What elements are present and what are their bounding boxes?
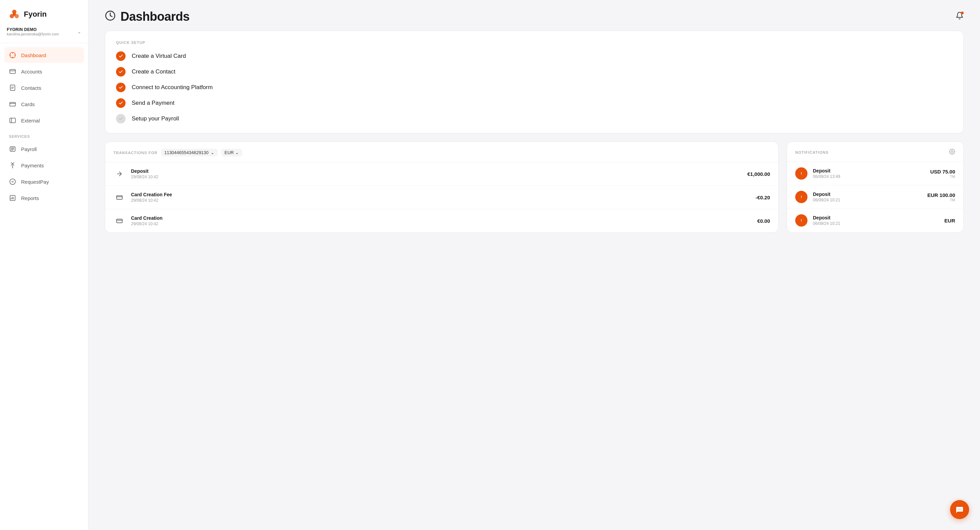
transaction-item-1[interactable]: Card Creation Fee 29/08/24 10:42 -€0.20 xyxy=(105,186,778,209)
card-icon-1 xyxy=(113,191,126,203)
setup-check-4 xyxy=(116,114,126,124)
transaction-name-0: Deposit xyxy=(131,168,742,174)
sidebar-item-payments[interactable]: Payments xyxy=(4,157,84,173)
notifications-card: NOTIFICATIONS Deposit 06/09/24 13:49 xyxy=(787,141,964,233)
user-profile[interactable]: FYORIN DEMO karolina.jarosinska@fyorin.c… xyxy=(0,27,88,43)
svg-rect-6 xyxy=(10,102,16,106)
transactions-label: TRANSACTIONS FOR xyxy=(113,151,158,155)
quick-setup-card: QUICK SETUP Create a Virtual Card Create… xyxy=(105,31,964,133)
notif-info-icon-1 xyxy=(795,191,808,203)
setup-item-label-0: Create a Virtual Card xyxy=(132,53,186,60)
logo-icon xyxy=(8,8,21,21)
notification-bell-button[interactable] xyxy=(956,11,964,22)
reports-icon xyxy=(9,194,16,202)
setup-item-2: Connect to Accounting Platform xyxy=(116,83,953,92)
account-number: 113044655434629130 xyxy=(164,150,208,155)
page-title-wrap: Dashboards xyxy=(105,10,189,24)
setup-item-label-4: Setup your Payroll xyxy=(132,115,179,122)
svg-rect-5 xyxy=(10,85,14,91)
transaction-amount-1: -€0.20 xyxy=(756,195,770,200)
svg-rect-10 xyxy=(10,195,15,201)
sidebar-item-accounts[interactable]: Accounts xyxy=(4,63,84,79)
requestpay-icon xyxy=(9,178,16,186)
sidebar-item-contacts[interactable]: Contacts xyxy=(4,80,84,95)
sidebar-item-payroll[interactable]: Payroll xyxy=(4,141,84,157)
sidebar-divider xyxy=(0,43,88,43)
notifications-header: NOTIFICATIONS xyxy=(787,142,963,162)
transaction-date-2: 29/08/24 10:42 xyxy=(131,221,752,226)
transactions-header: TRANSACTIONS FOR 113044655434629130 ⌄ EU… xyxy=(105,142,778,162)
external-icon xyxy=(9,117,16,124)
transaction-info-2: Card Creation 29/08/24 10:42 xyxy=(131,215,752,226)
notif-date-2: 06/09/24 10:21 xyxy=(813,221,939,226)
notif-amount-1: EUR 100.00 xyxy=(927,192,955,198)
sidebar-item-label-payments: Payments xyxy=(21,163,44,168)
main-content: Dashboards QUICK SETUP Create a Virt xyxy=(89,0,980,530)
services-section-label: SERVICES xyxy=(4,129,84,141)
sidebar: Fyorin FYORIN DEMO karolina.jarosinska@f… xyxy=(0,0,89,530)
logo-text: Fyorin xyxy=(24,10,47,19)
sidebar-item-label-reports: Reports xyxy=(21,195,39,201)
sidebar-item-label-accounts: Accounts xyxy=(21,69,42,75)
notif-info-icon-2 xyxy=(795,214,808,227)
svg-rect-12 xyxy=(117,195,123,199)
setup-item-label-1: Create a Contact xyxy=(132,68,176,75)
transaction-item-0[interactable]: Deposit 29/08/24 10:42 €1,000.00 xyxy=(105,162,778,186)
payments-icon xyxy=(9,162,16,169)
card-icon-2 xyxy=(113,215,126,227)
sidebar-item-reports[interactable]: Reports xyxy=(4,190,84,206)
notification-item-2[interactable]: Deposit 06/09/24 10:21 EUR xyxy=(787,209,963,232)
notif-name-1: Deposit xyxy=(813,192,922,197)
user-account-name: FYORIN DEMO xyxy=(7,27,59,32)
svg-rect-14 xyxy=(117,219,123,223)
notif-name-0: Deposit xyxy=(813,168,925,173)
dashboard-title-icon xyxy=(105,10,116,24)
notification-item-0[interactable]: Deposit 06/09/24 13:49 USD 75.00 TM xyxy=(787,162,963,186)
svg-point-3 xyxy=(13,13,16,16)
notifications-label: NOTIFICATIONS xyxy=(795,150,829,154)
setup-item-3: Send a Payment xyxy=(116,98,953,108)
setup-item-label-3: Send a Payment xyxy=(132,100,175,106)
svg-rect-7 xyxy=(10,118,16,122)
currency-value: EUR xyxy=(224,150,234,155)
currency-selector[interactable]: EUR ⌄ xyxy=(221,149,242,157)
payroll-icon xyxy=(9,145,16,153)
transaction-amount-0: €1,000.00 xyxy=(747,171,770,177)
sidebar-item-label-external: External xyxy=(21,118,40,124)
page-content: QUICK SETUP Create a Virtual Card Create… xyxy=(89,31,980,246)
cards-icon xyxy=(9,100,16,108)
account-chevron-icon: ⌄ xyxy=(211,150,215,155)
sidebar-item-external[interactable]: External xyxy=(4,113,84,128)
notif-tag-1: TM xyxy=(927,198,955,202)
settings-gear-icon[interactable] xyxy=(949,149,955,156)
notif-info-2: Deposit 06/09/24 10:21 xyxy=(813,215,939,226)
sidebar-item-dashboard[interactable]: Dashboard xyxy=(4,47,84,63)
notif-info-0: Deposit 06/09/24 13:49 xyxy=(813,168,925,179)
user-email: karolina.jarosinska@fyorin.com xyxy=(7,32,59,36)
deposit-arrow-icon xyxy=(113,168,126,180)
setup-item-1: Create a Contact xyxy=(116,67,953,76)
svg-point-25 xyxy=(959,509,960,509)
setup-item-0: Create a Virtual Card xyxy=(116,51,953,61)
notification-dot xyxy=(961,11,964,14)
svg-rect-4 xyxy=(10,70,16,73)
sidebar-item-label-dashboard: Dashboard xyxy=(21,52,46,58)
contacts-icon xyxy=(9,84,16,92)
account-selector[interactable]: 113044655434629130 ⌄ xyxy=(161,149,218,157)
setup-item-label-2: Connect to Accounting Platform xyxy=(132,84,213,91)
transaction-info-1: Card Creation Fee 29/08/24 10:42 xyxy=(131,192,750,203)
setup-check-3 xyxy=(116,98,126,108)
sidebar-item-requestpay[interactable]: RequestPay xyxy=(4,174,84,189)
transaction-item-2[interactable]: Card Creation 29/08/24 10:42 €0.00 xyxy=(105,209,778,232)
page-header: Dashboards xyxy=(89,0,980,31)
page-title: Dashboards xyxy=(121,10,189,24)
user-info: FYORIN DEMO karolina.jarosinska@fyorin.c… xyxy=(7,27,59,36)
chat-button[interactable] xyxy=(950,500,969,519)
sidebar-item-cards[interactable]: Cards xyxy=(4,96,84,112)
svg-point-24 xyxy=(958,509,959,509)
sidebar-item-label-contacts: Contacts xyxy=(21,85,41,91)
notification-item-1[interactable]: Deposit 06/09/24 10:21 EUR 100.00 TM xyxy=(787,186,963,209)
transaction-date-0: 29/08/24 10:42 xyxy=(131,175,742,179)
notif-info-icon-0 xyxy=(795,167,808,179)
currency-chevron-icon: ⌄ xyxy=(235,150,239,155)
